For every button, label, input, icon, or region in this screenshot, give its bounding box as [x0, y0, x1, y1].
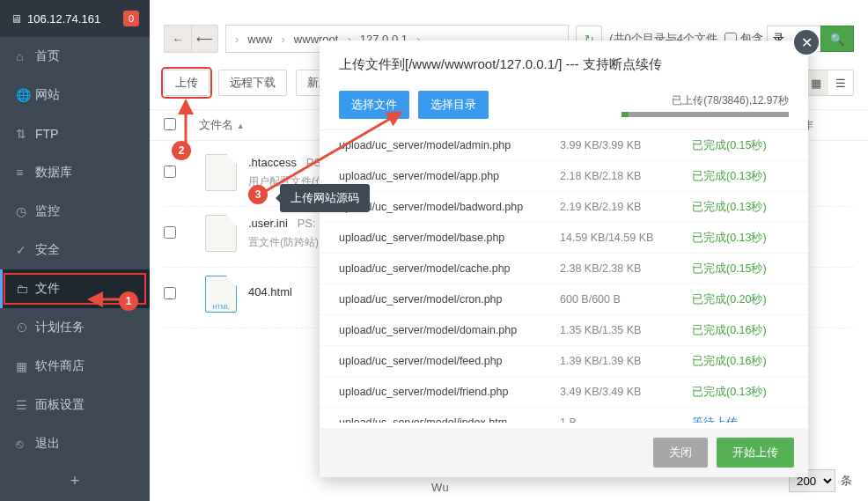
sidebar-item-0[interactable]: ⌂首页: [0, 37, 150, 76]
file-icon: [205, 276, 237, 313]
upload-size: 2.19 KB/2.19 KB: [560, 201, 692, 213]
file-icon: [205, 215, 237, 252]
crumb-www[interactable]: www: [247, 33, 272, 46]
upload-row: upload/uc_server/model/base.php14.59 KB/…: [320, 223, 808, 254]
upload-path: upload/uc_server/model/admin.php: [339, 139, 560, 151]
sort-asc-icon: ▲: [237, 122, 245, 130]
upload-status: 已完成(0.13秒): [692, 385, 789, 400]
upload-status: 已完成(0.15秒): [692, 138, 789, 153]
modal-footer: 关闭 开始上传: [320, 428, 808, 477]
upload-row: upload/uc_server/model/badword.php2.19 K…: [320, 192, 808, 223]
upload-status: 已完成(0.16秒): [692, 354, 789, 369]
sidebar-item-label: 首页: [35, 48, 60, 64]
progress-bar: [622, 112, 789, 117]
sidebar-item-label: 软件商店: [35, 358, 85, 374]
upload-path: upload/uc_server/model/cron.php: [339, 293, 560, 306]
sidebar-item-label: 安全: [35, 242, 60, 258]
sidebar-item-label: 网站: [35, 87, 60, 103]
sidebar-item-2[interactable]: ⇅FTP: [0, 114, 150, 153]
file-name: .user.ini: [248, 217, 288, 230]
file-name: .htaccess: [248, 156, 297, 169]
upload-row: upload/uc_server/model/feed.php1.39 KB/1…: [320, 346, 808, 377]
upload-path: upload/uc_server/model/badword.php: [339, 201, 560, 213]
sidebar-icon: ⎋: [16, 437, 35, 451]
nav-forward[interactable]: ⟵: [191, 26, 217, 52]
upload-size: 1 B: [560, 416, 692, 423]
view-list[interactable]: ☰: [828, 70, 853, 95]
upload-status: 已完成(0.15秒): [692, 262, 789, 276]
sidebar-add[interactable]: +: [0, 463, 150, 498]
sidebar-item-label: 监控: [35, 203, 60, 219]
upload-path: upload/uc_server/model/friend.php: [339, 386, 560, 398]
upload-row: upload/uc_server/model/admin.php3.99 KB/…: [320, 130, 808, 161]
sidebar-item-7[interactable]: ⏲计划任务: [0, 308, 150, 347]
modal-title: 上传文件到[/www/wwwroot/127.0.0.1/] --- 支持断点续…: [320, 41, 808, 78]
upload-size: 14.59 KB/14.59 KB: [560, 232, 692, 244]
sidebar-item-3[interactable]: ≡数据库: [0, 153, 150, 192]
upload-path: upload/uc_server/model/cache.php: [339, 262, 560, 275]
upload-row: upload/uc_server/model/friend.php3.49 KB…: [320, 377, 808, 408]
sidebar-item-1[interactable]: 🌐网站: [0, 76, 150, 114]
sidebar-item-4[interactable]: ◷监控: [0, 192, 150, 231]
arrow-right-icon: ⟵: [196, 33, 213, 46]
file-check[interactable]: [164, 166, 176, 178]
search-icon: 🔍: [830, 33, 844, 46]
arrow-left-icon: ←: [173, 33, 184, 46]
select-all-check[interactable]: [164, 118, 176, 130]
sidebar-icon: ⌂: [16, 49, 35, 63]
nav-back[interactable]: ←: [165, 26, 191, 52]
upload-size: 3.49 KB/3.49 KB: [560, 386, 692, 398]
remote-download-button[interactable]: 远程下载: [218, 70, 287, 96]
upload-status: 等待上传: [692, 416, 789, 424]
upload-row: upload/uc_server/model/app.php2.18 KB/2.…: [320, 161, 808, 192]
upload-row: upload/uc_server/model/cache.php2.38 KB/…: [320, 254, 808, 284]
modal-start-button[interactable]: 开始上传: [717, 438, 794, 468]
upload-path: upload/uc_server/model/base.php: [339, 232, 560, 244]
annotation-3: 3: [248, 185, 268, 204]
upload-size: 3.99 KB/3.99 KB: [560, 139, 692, 151]
file-check[interactable]: [164, 287, 176, 299]
upload-path: upload/uc_server/model/app.php: [339, 170, 560, 182]
upload-size: 2.38 KB/2.38 KB: [560, 262, 692, 275]
upload-row: upload/uc_server/model/domain.php1.35 KB…: [320, 315, 808, 346]
upload-row: upload/uc_server/model/cron.php600 B/600…: [320, 284, 808, 315]
upload-path: upload/uc_server/model/index.htm: [339, 416, 560, 423]
sidebar-icon: ≡: [16, 166, 35, 180]
file-check[interactable]: [164, 226, 176, 239]
sidebar-item-5[interactable]: ✓安全: [0, 231, 150, 269]
watermark: Wu: [431, 481, 449, 494]
upload-button[interactable]: 上传: [164, 70, 210, 96]
notice-badge[interactable]: 0: [123, 11, 139, 26]
select-file-button[interactable]: 选择文件: [339, 91, 409, 119]
annotation-tip: 上传网站源码: [280, 184, 370, 212]
progress-text: 已上传(78/3846),12.97秒: [622, 93, 789, 108]
sidebar-item-10[interactable]: ⎋退出: [0, 424, 150, 463]
upload-modal: ✕ 上传文件到[/www/wwwroot/127.0.0.1/] --- 支持断…: [320, 41, 808, 477]
file-name: 404.html: [248, 285, 292, 298]
sidebar-icon: ⏲: [16, 320, 35, 335]
sidebar-item-label: 退出: [35, 436, 60, 452]
sidebar-item-label: 文件: [35, 281, 60, 297]
sidebar-item-label: FTP: [35, 127, 58, 141]
sidebar-item-9[interactable]: ☰面板设置: [0, 386, 150, 424]
page-unit: 条: [841, 473, 852, 489]
upload-status: 已完成(0.13秒): [692, 231, 789, 246]
select-dir-button[interactable]: 选择目录: [418, 91, 489, 119]
modal-close-button[interactable]: 关闭: [653, 438, 708, 468]
upload-size: 2.18 KB/2.18 KB: [560, 170, 692, 182]
upload-status: 已完成(0.13秒): [692, 200, 789, 215]
upload-list: upload/uc_server/model/admin.php3.99 KB/…: [320, 129, 808, 423]
monitor-icon: 🖥: [11, 12, 22, 26]
col-name[interactable]: 文件名: [199, 118, 233, 131]
upload-status: 已完成(0.16秒): [692, 323, 789, 338]
annotation-2: 2: [172, 141, 191, 160]
sidebar-icon: 🗀: [16, 282, 35, 296]
sidebar-item-label: 计划任务: [35, 320, 85, 335]
sidebar: 🖥 106.12.74.161 0 ⌂首页🌐网站⇅FTP≡数据库◷监控✓安全🗀文…: [0, 0, 150, 501]
upload-row: upload/uc_server/model/index.htm1 B等待上传: [320, 408, 808, 423]
search-button[interactable]: 🔍: [820, 26, 854, 52]
close-icon: ✕: [801, 34, 813, 51]
upload-status: 已完成(0.20秒): [692, 292, 789, 307]
modal-close[interactable]: ✕: [794, 30, 819, 55]
sidebar-item-8[interactable]: ▦软件商店: [0, 347, 150, 386]
